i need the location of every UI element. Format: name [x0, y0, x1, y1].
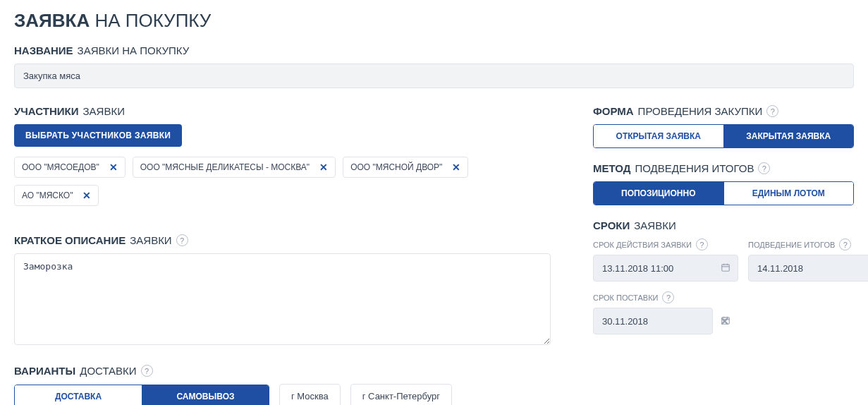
results-label: ПОДВЕДЕНИЕ ИТОГОВ ? [748, 238, 868, 250]
remove-participant-icon[interactable]: ✕ [319, 162, 328, 173]
calendar-icon[interactable] [721, 262, 731, 274]
participants-chips: ООО "МЯСОЕДОВ" ✕ ООО "МЯСНЫЕ ДЕЛИКАТЕСЫ … [14, 157, 551, 206]
remove-participant-icon[interactable]: ✕ [109, 162, 118, 173]
delivery-title: ВАРИАНТЫ ДОСТАВКИ ? [14, 365, 551, 377]
participant-chip: АО "МЯСКО" ✕ [14, 185, 99, 206]
participants-title: УЧАСТНИКИ ЗАЯВКИ [14, 105, 551, 117]
form-option-open[interactable]: ОТКРЫТАЯ ЗАЯВКА [594, 125, 723, 147]
help-icon[interactable]: ? [662, 291, 674, 303]
delivery-toggle-group: ДОСТАВКА САМОВЫВОЗ [14, 385, 269, 406]
help-icon[interactable]: ? [141, 365, 153, 377]
method-option-lot[interactable]: ЕДИНЫМ ЛОТОМ [723, 182, 854, 205]
page-title: ЗАЯВКА НА ПОКУПКУ [14, 10, 854, 32]
results-date-input[interactable] [748, 255, 868, 282]
page-title-rest: НА ПОКУПКУ [94, 10, 211, 31]
participant-chip: ООО "МЯСОЕДОВ" ✕ [14, 157, 126, 178]
validity-label: СРОК ДЕЙСТВИЯ ЗАЯВКИ ? [593, 238, 738, 250]
supply-date-input[interactable] [593, 308, 713, 334]
help-icon[interactable]: ? [758, 162, 770, 174]
delivery-option-pickup[interactable]: САМОВЫВОЗ [142, 385, 269, 406]
method-option-positional[interactable]: ПОПОЗИЦИОННО [594, 182, 723, 205]
delivery-option-delivery[interactable]: ДОСТАВКА [15, 385, 142, 406]
description-title: КРАТКОЕ ОПИСАНИЕ ЗАЯВКИ ? [14, 234, 551, 246]
form-toggle-group: ОТКРЫТАЯ ЗАЯВКА ЗАКРЫТАЯ ЗАЯВКА [593, 124, 854, 148]
supply-label: СРОК ПОСТАВКИ ? [593, 291, 854, 303]
select-participants-button[interactable]: ВЫБРАТЬ УЧАСТНИКОВ ЗАЯВКИ [14, 124, 182, 147]
page-title-bold: ЗАЯВКА [14, 10, 90, 31]
participant-chip: ООО "МЯСНОЙ ДВОР" ✕ [343, 157, 468, 178]
help-icon[interactable]: ? [766, 105, 778, 117]
help-icon[interactable]: ? [176, 234, 188, 246]
help-icon[interactable]: ? [696, 238, 708, 250]
form-option-closed[interactable]: ЗАКРЫТАЯ ЗАЯВКА [723, 125, 854, 147]
remove-participant-icon[interactable]: ✕ [452, 162, 460, 173]
method-title: МЕТОД ПОДВЕДЕНИЯ ИТОГОВ ? [593, 162, 854, 174]
deadlines-title: СРОКИ ЗАЯВКИ [593, 219, 854, 231]
request-name-input[interactable] [14, 64, 854, 88]
city-chip[interactable]: г Москва [279, 384, 341, 405]
form-title: ФОРМА ПРОВЕДЕНИЯ ЗАКУПКИ ? [593, 105, 854, 117]
description-textarea[interactable] [14, 253, 551, 345]
clear-supply-date-icon[interactable]: ✕ [720, 315, 729, 328]
help-icon[interactable]: ? [839, 238, 851, 250]
svg-rect-0 [722, 264, 730, 270]
name-section-title: НАЗВАНИЕ ЗАЯВКИ НА ПОКУПКУ [14, 44, 854, 56]
participant-chip: ООО "МЯСНЫЕ ДЕЛИКАТЕСЫ - МОСКВА" ✕ [133, 157, 336, 178]
method-toggle-group: ПОПОЗИЦИОННО ЕДИНЫМ ЛОТОМ [593, 181, 854, 205]
city-chip[interactable]: г Санкт-Петербург [350, 384, 452, 405]
remove-participant-icon[interactable]: ✕ [82, 190, 91, 201]
validity-date-input[interactable] [593, 255, 738, 282]
